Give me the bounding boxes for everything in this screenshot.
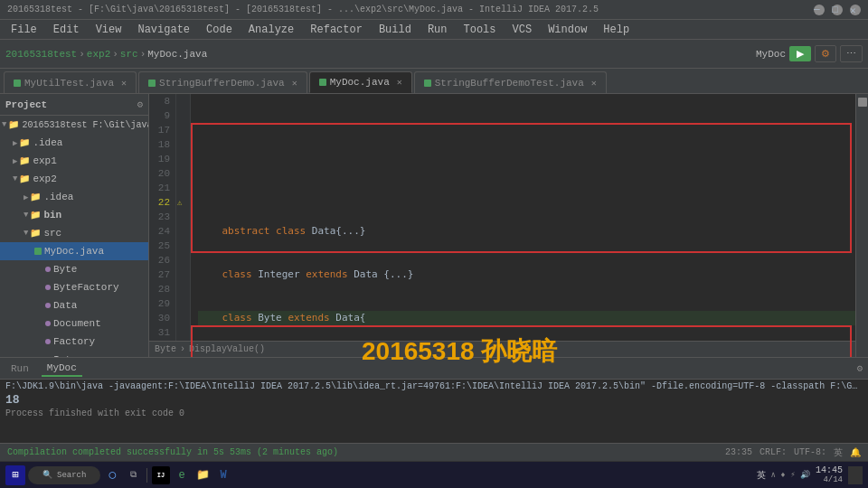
taskbar: ⊞ 🔍 Search ◯ ⧉ IJ e 📁 W 英 ∧ ♦ ⚡ 🔊 14:45 …: [0, 461, 868, 488]
tree-byte-class[interactable]: Byte: [0, 260, 148, 278]
tree-bin[interactable]: ▼ 📁 bin: [0, 206, 148, 224]
editor-tabs: MyUtilTest.java ✕ StringBufferDemo.java …: [0, 69, 868, 94]
tab-close-stringbufferdemotest[interactable]: ✕: [591, 78, 597, 89]
tab-label-mydoc: MyDoc.java: [330, 77, 390, 88]
maximize-button[interactable]: □: [832, 5, 843, 15]
gutter-17: [176, 123, 190, 137]
tab-myutiltest[interactable]: MyUtilTest.java ✕: [4, 71, 137, 93]
more-button[interactable]: ⋯: [840, 45, 863, 62]
menu-edit[interactable]: Edit: [46, 22, 87, 38]
lang-indicator[interactable]: 英: [834, 446, 843, 459]
tree-mydoc-label: MyDoc.java: [44, 246, 104, 257]
menu-file[interactable]: File: [4, 22, 44, 38]
tree-root[interactable]: ▼ 📁 20165318test F:\Git\java\201: [0, 116, 148, 134]
taskbar-cortana[interactable]: ◯: [103, 466, 121, 484]
breadcrumb-project[interactable]: 20165318test: [5, 49, 77, 60]
toolbar-right: MyDoc ▶ ⚙ ⋯: [756, 45, 863, 62]
run-button[interactable]: ▶: [789, 46, 811, 61]
output-value: 18: [5, 393, 863, 407]
tree-src[interactable]: ▼ 📁 src: [0, 224, 148, 242]
tree-idea2[interactable]: ▶ 📁 .idea: [0, 188, 148, 206]
debug-button[interactable]: ⚙: [815, 45, 836, 62]
menu-tools[interactable]: Tools: [457, 22, 504, 38]
breadcrumb-file[interactable]: MyDoc.java: [147, 49, 207, 60]
taskbar-word[interactable]: W: [214, 466, 232, 484]
run-config-label[interactable]: MyDoc: [756, 49, 786, 60]
tree-exp1-label: exp1: [33, 155, 56, 166]
bottom-settings-icon[interactable]: ⚙: [856, 362, 863, 374]
folder-icon-root: 📁: [8, 119, 19, 130]
tree-document-class[interactable]: Document: [0, 314, 148, 333]
bottom-tab-run[interactable]: Run: [5, 361, 34, 376]
tab-stringbufferdemotest[interactable]: StringBufferDemoTest.java ✕: [414, 71, 607, 93]
menu-help[interactable]: Help: [596, 22, 637, 38]
tab-stringbufferdemo[interactable]: StringBufferDemo.java ✕: [138, 71, 307, 93]
gutter-26: [176, 253, 190, 267]
notification-icon[interactable]: 🔔: [850, 447, 861, 458]
close-button[interactable]: ✕: [850, 5, 861, 15]
menu-code[interactable]: Code: [199, 22, 240, 38]
menu-window[interactable]: Window: [541, 22, 594, 38]
tree-data-class[interactable]: Data: [0, 296, 148, 314]
code-content[interactable]: abstract class Data{...} class Integer e…: [191, 94, 855, 357]
folder-icon-exp1: 📁: [19, 155, 30, 166]
breadcrumb-module[interactable]: exp2: [87, 49, 110, 60]
bottom-tabs: Run MyDoc ⚙: [0, 358, 868, 380]
tree-factory-class[interactable]: Factory: [0, 333, 148, 351]
tab-close-myutiltest[interactable]: ✕: [121, 78, 127, 89]
taskbar-edge[interactable]: e: [173, 466, 191, 484]
gutter-8: [176, 94, 190, 108]
menu-analyze[interactable]: Analyze: [241, 22, 301, 38]
folder-icon-src: 📁: [30, 228, 41, 239]
tab-icon-mydoc: [319, 79, 326, 86]
taskbar-start[interactable]: ⊞: [5, 465, 25, 485]
tree-data-label: Data: [53, 300, 77, 311]
taskbar-taskview[interactable]: ⧉: [124, 466, 142, 484]
sidebar-settings-icon[interactable]: ⚙: [137, 99, 143, 110]
breadcrumb-src[interactable]: src: [120, 49, 138, 60]
menu-run[interactable]: Run: [420, 22, 455, 38]
menu-refactor[interactable]: Refactor: [303, 22, 370, 38]
tree-mydoc-file[interactable]: MyDoc.java: [0, 242, 148, 260]
taskbar-show-desktop[interactable]: [848, 466, 863, 484]
tree-bytefactory-class[interactable]: ByteFactory: [0, 278, 148, 296]
code-line-8: abstract class Data{...}: [198, 224, 855, 239]
tree-exp2[interactable]: ▼ 📁 exp2: [0, 170, 148, 188]
scroll-indicator[interactable]: [858, 98, 867, 107]
taskbar-search[interactable]: 🔍 Search: [28, 466, 100, 484]
linenum-20: 20: [149, 166, 175, 181]
taskbar-lang[interactable]: 英: [757, 469, 766, 482]
tree-factory-label: Factory: [53, 336, 95, 347]
menu-view[interactable]: View: [89, 22, 129, 38]
tab-close-mydoc[interactable]: ✕: [397, 77, 402, 88]
menu-build[interactable]: Build: [372, 22, 419, 38]
bottom-tab-mydoc[interactable]: MyDoc: [42, 361, 82, 377]
class-icon-document: [45, 321, 51, 326]
taskbar-idea[interactable]: IJ: [152, 466, 170, 484]
tree-exp2-label: exp2: [33, 174, 56, 184]
process-status: Process finished with exit code 0: [5, 408, 863, 418]
class-icon-byte: [45, 267, 51, 272]
breadcrumb: 20165318test › exp2 › src › MyDoc.java: [5, 49, 207, 60]
tree-bin-label: bin: [43, 210, 61, 221]
folder-icon-exp2: 📁: [19, 174, 30, 184]
taskbar-sep1: [146, 468, 147, 483]
code-editor[interactable]: 8 9 17 18 19 20 21 22 23 24 25 26 27 28 …: [149, 94, 855, 357]
menu-vcs[interactable]: VCS: [505, 22, 540, 38]
taskbar-clock: 14:45 4/14: [816, 465, 843, 484]
tree-idea1[interactable]: ▶ 📁 .idea: [0, 134, 148, 152]
minimize-button[interactable]: ─: [814, 5, 825, 15]
tree-integer-class[interactable]: Integer: [0, 351, 148, 357]
tab-mydoc[interactable]: MyDoc.java ✕: [309, 71, 412, 93]
encoding: UTF-8:: [794, 447, 826, 457]
taskbar-right: 英 ∧ ♦ ⚡ 🔊 14:45 4/14: [757, 465, 863, 484]
gutter-22[interactable]: ⚠: [176, 195, 190, 210]
tree-exp1[interactable]: ▶ 📁 exp1: [0, 152, 148, 170]
status-right: 23:35 CRLF: UTF-8: 英 🔔: [725, 446, 861, 459]
menu-navigate[interactable]: Navigate: [130, 22, 197, 38]
editor-breadcrumb: Byte › DisplayValue(): [149, 341, 855, 357]
tree-idea1-label: .idea: [33, 137, 62, 148]
tab-close-stringbufferdemo[interactable]: ✕: [292, 78, 297, 89]
taskbar-explorer[interactable]: 📁: [193, 466, 212, 484]
code-line-9: class Integer extends Data {...}: [198, 267, 855, 282]
